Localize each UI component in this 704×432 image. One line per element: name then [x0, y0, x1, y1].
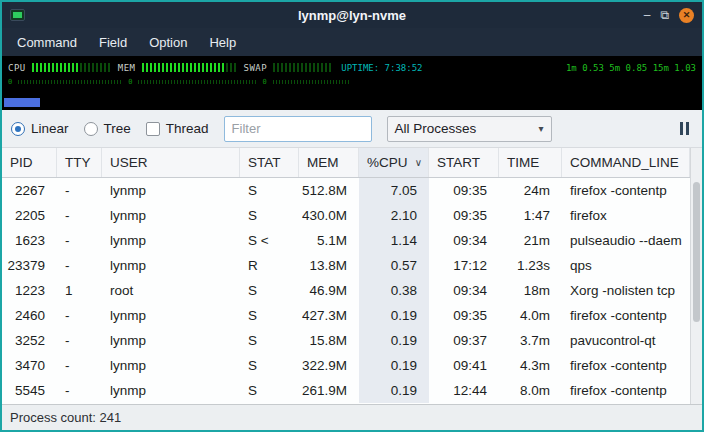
cell-pid: 5545 [2, 378, 57, 403]
window-title: lynmp@lyn-nvme [2, 8, 702, 23]
close-button[interactable]: ✕ [679, 8, 694, 23]
cell-pid: 3252 [2, 328, 57, 353]
cell-mem: 13.8M [299, 253, 359, 278]
process-table: PID TTY USER STAT MEM %CPU ∨ START TIME … [2, 148, 702, 404]
cell-tty: - [57, 178, 102, 203]
cell-tty: - [57, 203, 102, 228]
cell-tty: 1 [57, 278, 102, 303]
restore-button[interactable]: ⧉ [660, 9, 669, 21]
scrollbar-handle[interactable] [693, 182, 700, 322]
cell-start: 09:34 [429, 278, 499, 303]
radio-tree[interactable]: Tree [84, 121, 131, 136]
app-icon [10, 9, 25, 21]
table-row[interactable]: 2460-lynmpS427.3M0.1909:354.0mfirefox -c… [2, 303, 690, 328]
cell-time: 1.23s [499, 253, 562, 278]
cell-stat: S < [240, 228, 299, 253]
column-header-stat[interactable]: STAT [240, 148, 299, 177]
cell-tty: - [57, 253, 102, 278]
cell-start: 09:35 [429, 178, 499, 203]
cell-user: lynmp [102, 203, 240, 228]
cell-mem: 261.9M [299, 378, 359, 403]
titlebar[interactable]: lynmp@lyn-nvme – ⧉ ✕ [2, 2, 702, 28]
swap-meter [273, 63, 331, 72]
table-row[interactable]: 23379-lynmpR13.8M0.5717:121.23sqps [2, 253, 690, 278]
swap-label: SWAP [244, 63, 268, 73]
table-row[interactable]: 2267-lynmpS512.8M7.0509:3524mfirefox -co… [2, 178, 690, 203]
controls-bar: Linear Tree Thread All Processes ▾ [2, 110, 702, 148]
column-header-pid[interactable]: PID [2, 148, 57, 177]
table-row[interactable]: 1623-lynmpS <5.1M1.1409:3421mpulseaudio … [2, 228, 690, 253]
column-header-mem[interactable]: MEM [299, 148, 359, 177]
column-header-time[interactable]: TIME [499, 148, 562, 177]
cell-start: 09:35 [429, 203, 499, 228]
cell-cpu: 0.19 [359, 378, 429, 403]
cell-tty: - [57, 353, 102, 378]
cell-command: firefox -contentp [562, 178, 690, 203]
cell-mem: 430.0M [299, 203, 359, 228]
cell-cpu: 0.38 [359, 278, 429, 303]
cell-time: 24m [499, 178, 562, 203]
menu-item-help[interactable]: Help [198, 28, 247, 56]
table-row[interactable]: 12231rootS46.9M0.3809:3418mXorg -noliste… [2, 278, 690, 303]
column-header-start[interactable]: START [429, 148, 499, 177]
cell-start: 09:37 [429, 328, 499, 353]
swap-scale-line [273, 80, 349, 84]
cell-command: pulseaudio --daem [562, 228, 690, 253]
radio-tree-label: Tree [104, 121, 131, 136]
cell-time: 4.3m [499, 353, 562, 378]
sort-desc-icon: ∨ [415, 157, 422, 168]
menu-item-command[interactable]: Command [6, 28, 88, 56]
cell-pid: 1623 [2, 228, 57, 253]
column-header-command-line[interactable]: COMMAND_LINE [562, 148, 690, 177]
filter-input[interactable] [224, 116, 372, 142]
cell-pid: 3470 [2, 353, 57, 378]
cell-user: lynmp [102, 228, 240, 253]
history-graph-bar [4, 98, 40, 107]
mem-scale-line [138, 80, 256, 84]
process-count-text: Process count: 241 [10, 410, 121, 425]
swap-scale-tick: 0 [262, 78, 266, 86]
cell-mem: 46.9M [299, 278, 359, 303]
column-header-cpu[interactable]: %CPU ∨ [359, 148, 429, 177]
table-row[interactable]: 5545-lynmpS261.9M0.1912:448.0mfirefox -c… [2, 378, 690, 403]
cell-cpu: 1.14 [359, 228, 429, 253]
radio-linear[interactable]: Linear [11, 121, 69, 136]
cell-cpu: 0.19 [359, 353, 429, 378]
checkbox-thread-icon [146, 122, 160, 136]
table-row[interactable]: 3470-lynmpS322.9M0.1909:414.3mfirefox -c… [2, 353, 690, 378]
cell-command: firefox -contentp [562, 303, 690, 328]
cell-user: lynmp [102, 303, 240, 328]
cpu-scale-line [18, 80, 122, 84]
process-filter-select[interactable]: All Processes ▾ [387, 116, 552, 142]
menu-item-field[interactable]: Field [88, 28, 138, 56]
mem-meter [142, 63, 238, 72]
table-row[interactable]: 2205-lynmpS430.0M2.1009:351:47firefox [2, 203, 690, 228]
cell-stat: S [240, 278, 299, 303]
vertical-scrollbar[interactable] [690, 148, 702, 404]
cell-user: lynmp [102, 378, 240, 403]
minimize-button[interactable]: – [644, 9, 651, 21]
menu-item-option[interactable]: Option [138, 28, 198, 56]
cell-user: lynmp [102, 328, 240, 353]
monitor-meters-row: CPU MEM SWAP UPTIME: 7:38:52 1m 0.53 5m … [2, 56, 702, 76]
load-average-text: 1m 0.53 5m 0.85 15m 1.03 [566, 63, 696, 73]
cell-user: lynmp [102, 253, 240, 278]
pause-button[interactable] [676, 118, 693, 139]
column-header-user[interactable]: USER [102, 148, 240, 177]
table-body: 2267-lynmpS512.8M7.0509:3524mfirefox -co… [2, 178, 690, 404]
checkbox-thread-label: Thread [166, 121, 209, 136]
column-header-tty[interactable]: TTY [57, 148, 102, 177]
cell-time: 1:47 [499, 203, 562, 228]
table-row[interactable]: 3252-lynmpS15.8M0.1909:373.7mpavucontrol… [2, 328, 690, 353]
cell-time: 4.0m [499, 303, 562, 328]
cell-time: 8.0m [499, 378, 562, 403]
radio-linear-icon [11, 122, 25, 136]
chevron-down-icon: ▾ [539, 123, 544, 134]
checkbox-thread[interactable]: Thread [146, 121, 209, 136]
cell-user: root [102, 278, 240, 303]
cell-tty: - [57, 228, 102, 253]
mem-label: MEM [118, 63, 136, 73]
cell-command: firefox -contentp [562, 353, 690, 378]
cell-cpu: 0.19 [359, 328, 429, 353]
cell-stat: S [240, 178, 299, 203]
